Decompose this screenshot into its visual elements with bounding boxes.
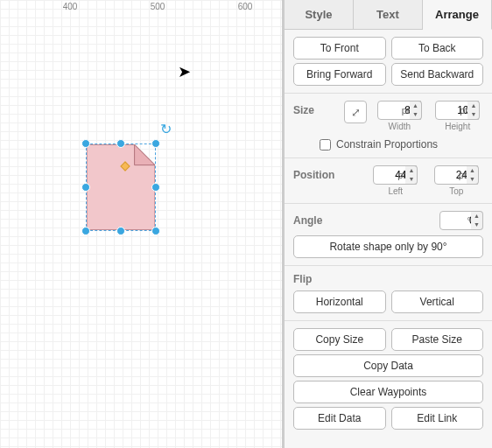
size-title: Size <box>293 101 337 116</box>
edit-link-button[interactable]: Edit Link <box>391 407 484 430</box>
angle-stepper[interactable]: ▲▼ <box>471 211 483 230</box>
ruler-tick: 500 <box>151 2 165 11</box>
constrain-label: Constrain Proportions <box>336 138 438 150</box>
position-section: Position pt ▲▼ Left pt ▲▼ Top <box>285 158 492 204</box>
send-backward-button[interactable]: Send Backward <box>391 63 484 86</box>
autosize-button[interactable]: ⤢ <box>344 101 367 123</box>
tab-arrange[interactable]: Arrange <box>423 0 492 30</box>
paste-size-button[interactable]: Paste Size <box>391 328 484 351</box>
ruler-tick: 400 <box>63 2 78 11</box>
left-label: Left <box>388 186 403 196</box>
height-stepper[interactable]: ▲▼ <box>467 101 480 120</box>
selected-shape[interactable]: ↻ <box>81 138 161 236</box>
resize-handle-sw[interactable] <box>81 227 90 235</box>
width-stepper[interactable]: ▲▼ <box>410 101 422 120</box>
resize-handle-se[interactable] <box>151 227 160 235</box>
tab-text[interactable]: Text <box>354 0 423 29</box>
rotate-90-button[interactable]: Rotate shape only by 90° <box>293 235 483 258</box>
flip-horizontal-button[interactable]: Horizontal <box>293 290 386 313</box>
note-shape[interactable] <box>86 144 156 231</box>
ruler-horizontal: 400 500 600 <box>0 2 282 16</box>
to-back-button[interactable]: To Back <box>391 37 484 60</box>
top-label: Top <box>449 186 463 196</box>
rotate-handle[interactable]: ↻ <box>160 121 172 137</box>
resize-handle-nw[interactable] <box>81 139 90 148</box>
resize-handle-n[interactable] <box>116 139 125 148</box>
height-label: Height <box>445 122 470 131</box>
angle-title: Angle <box>293 214 432 227</box>
actions-section: Copy Size Paste Size Copy Data Clear Way… <box>285 321 492 437</box>
cursor-icon: ➤ <box>178 62 191 81</box>
size-section: Size ⤢ pt ▲▼ Width pt ▲▼ Height <box>285 94 492 158</box>
autosize-icon: ⤢ <box>351 106 361 119</box>
width-label: Width <box>388 122 411 131</box>
angle-section: Angle ° ▲▼ Rotate shape only by 90° <box>285 204 492 266</box>
copy-data-button[interactable]: Copy Data <box>293 354 483 377</box>
edit-data-button[interactable]: Edit Data <box>293 407 386 430</box>
left-stepper[interactable]: ▲▼ <box>405 165 418 185</box>
format-panel: Style Text Arrange To Front To Back Brin… <box>282 0 492 448</box>
resize-handle-e[interactable] <box>151 183 160 192</box>
bring-forward-button[interactable]: Bring Forward <box>293 63 386 86</box>
resize-handle-ne[interactable] <box>151 139 160 148</box>
flip-vertical-button[interactable]: Vertical <box>391 290 484 313</box>
clear-waypoints-button[interactable]: Clear Waypoints <box>293 381 483 403</box>
panel-tabs: Style Text Arrange <box>285 0 492 30</box>
ruler-tick: 600 <box>238 2 253 11</box>
zorder-section: To Front To Back Bring Forward Send Back… <box>285 30 492 94</box>
canvas[interactable]: 400 500 600 ↻ ➤ <box>0 0 282 448</box>
flip-section: Flip Horizontal Vertical <box>285 266 492 321</box>
copy-size-button[interactable]: Copy Size <box>293 328 386 351</box>
constrain-checkbox[interactable] <box>320 139 331 150</box>
position-title: Position <box>293 165 362 181</box>
resize-handle-s[interactable] <box>116 227 125 235</box>
flip-title: Flip <box>293 273 483 285</box>
resize-handle-w[interactable] <box>81 183 90 192</box>
top-stepper[interactable]: ▲▼ <box>467 165 479 185</box>
to-front-button[interactable]: To Front <box>293 37 386 60</box>
tab-style[interactable]: Style <box>285 0 354 29</box>
